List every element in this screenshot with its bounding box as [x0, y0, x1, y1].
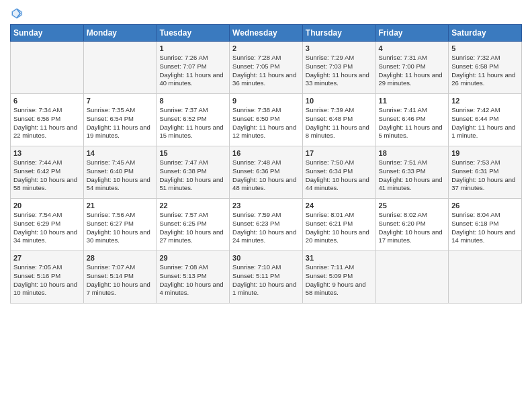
day-info: Sunrise: 7:29 AM Sunset: 7:03 PM Dayligh… — [306, 54, 373, 88]
calendar-day-cell: 24Sunrise: 8:01 AM Sunset: 6:21 PM Dayli… — [302, 199, 375, 251]
calendar-day-cell: 18Sunrise: 7:51 AM Sunset: 6:33 PM Dayli… — [375, 146, 449, 199]
day-number: 11 — [379, 97, 446, 105]
calendar-day-cell: 28Sunrise: 7:07 AM Sunset: 5:14 PM Dayli… — [83, 251, 157, 304]
calendar-day-cell: 31Sunrise: 7:11 AM Sunset: 5:09 PM Dayli… — [302, 251, 375, 304]
day-number: 14 — [87, 149, 154, 157]
day-info: Sunrise: 8:02 AM Sunset: 6:20 PM Dayligh… — [379, 211, 446, 245]
day-number: 27 — [13, 254, 81, 262]
day-number: 28 — [87, 254, 154, 262]
day-number: 1 — [159, 44, 226, 52]
day-number: 23 — [232, 201, 300, 210]
day-info: Sunrise: 7:56 AM Sunset: 6:27 PM Dayligh… — [87, 211, 154, 245]
day-number: 16 — [232, 149, 300, 157]
day-info: Sunrise: 7:47 AM Sunset: 6:38 PM Dayligh… — [159, 158, 226, 193]
calendar-day-cell: 20Sunrise: 7:54 AM Sunset: 6:29 PM Dayli… — [11, 199, 84, 251]
calendar-day-cell: 3Sunrise: 7:29 AM Sunset: 7:03 PM Daylig… — [302, 42, 375, 94]
calendar-day-cell: 9Sunrise: 7:38 AM Sunset: 6:50 PM Daylig… — [230, 94, 303, 146]
calendar-day-cell: 6Sunrise: 7:34 AM Sunset: 6:56 PM Daylig… — [11, 94, 84, 146]
calendar-week-row: 6Sunrise: 7:34 AM Sunset: 6:56 PM Daylig… — [11, 94, 522, 146]
day-number: 2 — [232, 44, 300, 52]
day-number: 20 — [13, 201, 81, 210]
calendar-day-cell — [83, 42, 157, 94]
weekday-header: Tuesday — [157, 25, 230, 42]
day-info: Sunrise: 7:48 AM Sunset: 6:36 PM Dayligh… — [232, 158, 300, 193]
calendar-day-cell: 7Sunrise: 7:35 AM Sunset: 6:54 PM Daylig… — [83, 94, 157, 146]
day-info: Sunrise: 7:51 AM Sunset: 6:33 PM Dayligh… — [379, 158, 446, 193]
day-number: 13 — [13, 149, 81, 157]
calendar-day-cell: 8Sunrise: 7:37 AM Sunset: 6:52 PM Daylig… — [157, 94, 230, 146]
page-container: SundayMondayTuesdayWednesdayThursdayFrid… — [0, 0, 532, 310]
day-info: Sunrise: 7:10 AM Sunset: 5:11 PM Dayligh… — [232, 263, 300, 298]
day-info: Sunrise: 7:45 AM Sunset: 6:40 PM Dayligh… — [87, 158, 154, 193]
calendar-day-cell: 12Sunrise: 7:42 AM Sunset: 6:44 PM Dayli… — [449, 94, 522, 146]
day-number: 26 — [451, 201, 519, 210]
calendar-day-cell: 23Sunrise: 7:59 AM Sunset: 6:23 PM Dayli… — [230, 199, 303, 251]
day-number: 25 — [379, 201, 446, 210]
day-info: Sunrise: 7:07 AM Sunset: 5:14 PM Dayligh… — [87, 263, 154, 298]
day-number: 12 — [451, 97, 519, 105]
weekday-header: Wednesday — [230, 25, 303, 42]
calendar-day-cell: 30Sunrise: 7:10 AM Sunset: 5:11 PM Dayli… — [230, 251, 303, 304]
calendar-week-row: 1Sunrise: 7:26 AM Sunset: 7:07 PM Daylig… — [11, 42, 522, 94]
day-number: 31 — [306, 254, 373, 262]
day-info: Sunrise: 7:34 AM Sunset: 6:56 PM Dayligh… — [13, 106, 81, 140]
weekday-header-row: SundayMondayTuesdayWednesdayThursdayFrid… — [11, 25, 522, 42]
day-number: 17 — [306, 149, 373, 157]
day-info: Sunrise: 7:35 AM Sunset: 6:54 PM Dayligh… — [87, 106, 154, 140]
day-number: 5 — [451, 44, 519, 52]
calendar-day-cell: 13Sunrise: 7:44 AM Sunset: 6:42 PM Dayli… — [11, 146, 84, 199]
calendar-day-cell — [375, 251, 449, 304]
day-info: Sunrise: 7:11 AM Sunset: 5:09 PM Dayligh… — [306, 263, 373, 298]
calendar-day-cell: 15Sunrise: 7:47 AM Sunset: 6:38 PM Dayli… — [157, 146, 230, 199]
day-info: Sunrise: 7:37 AM Sunset: 6:52 PM Dayligh… — [159, 106, 226, 140]
day-info: Sunrise: 7:53 AM Sunset: 6:31 PM Dayligh… — [451, 158, 519, 193]
day-number: 22 — [159, 201, 226, 210]
day-info: Sunrise: 7:42 AM Sunset: 6:44 PM Dayligh… — [451, 106, 519, 140]
calendar-day-cell: 16Sunrise: 7:48 AM Sunset: 6:36 PM Dayli… — [230, 146, 303, 199]
calendar-day-cell: 1Sunrise: 7:26 AM Sunset: 7:07 PM Daylig… — [157, 42, 230, 94]
calendar-day-cell: 22Sunrise: 7:57 AM Sunset: 6:25 PM Dayli… — [157, 199, 230, 251]
day-info: Sunrise: 7:59 AM Sunset: 6:23 PM Dayligh… — [232, 211, 300, 245]
day-info: Sunrise: 7:39 AM Sunset: 6:48 PM Dayligh… — [306, 106, 373, 140]
day-number: 7 — [87, 97, 154, 105]
calendar-day-cell: 26Sunrise: 8:04 AM Sunset: 6:18 PM Dayli… — [449, 199, 522, 251]
day-info: Sunrise: 7:54 AM Sunset: 6:29 PM Dayligh… — [13, 211, 81, 245]
calendar-day-cell: 25Sunrise: 8:02 AM Sunset: 6:20 PM Dayli… — [375, 199, 449, 251]
day-number: 8 — [159, 97, 226, 105]
day-number: 4 — [379, 44, 446, 52]
weekday-header: Thursday — [302, 25, 375, 42]
calendar-day-cell: 14Sunrise: 7:45 AM Sunset: 6:40 PM Dayli… — [83, 146, 157, 199]
day-number: 3 — [306, 44, 373, 52]
calendar-day-cell: 11Sunrise: 7:41 AM Sunset: 6:46 PM Dayli… — [375, 94, 449, 146]
day-number: 18 — [379, 149, 446, 157]
day-info: Sunrise: 7:57 AM Sunset: 6:25 PM Dayligh… — [159, 211, 226, 245]
day-info: Sunrise: 7:31 AM Sunset: 7:00 PM Dayligh… — [379, 54, 446, 88]
day-number: 9 — [232, 97, 300, 105]
calendar-day-cell: 2Sunrise: 7:28 AM Sunset: 7:05 PM Daylig… — [230, 42, 303, 94]
day-number: 10 — [306, 97, 373, 105]
calendar-day-cell: 27Sunrise: 7:05 AM Sunset: 5:16 PM Dayli… — [11, 251, 84, 304]
day-info: Sunrise: 7:05 AM Sunset: 5:16 PM Dayligh… — [13, 263, 81, 298]
day-number: 29 — [159, 254, 226, 262]
calendar-table: SundayMondayTuesdayWednesdayThursdayFrid… — [10, 24, 522, 304]
day-info: Sunrise: 8:04 AM Sunset: 6:18 PM Dayligh… — [451, 211, 519, 245]
calendar-day-cell: 21Sunrise: 7:56 AM Sunset: 6:27 PM Dayli… — [83, 199, 157, 251]
day-info: Sunrise: 7:08 AM Sunset: 5:13 PM Dayligh… — [159, 263, 226, 298]
calendar-week-row: 27Sunrise: 7:05 AM Sunset: 5:16 PM Dayli… — [11, 251, 522, 304]
day-number: 19 — [451, 149, 519, 157]
day-info: Sunrise: 7:32 AM Sunset: 6:58 PM Dayligh… — [451, 54, 519, 88]
logo — [10, 7, 26, 20]
weekday-header: Saturday — [449, 25, 522, 42]
calendar-day-cell — [449, 251, 522, 304]
day-info: Sunrise: 8:01 AM Sunset: 6:21 PM Dayligh… — [306, 211, 373, 245]
calendar-week-row: 13Sunrise: 7:44 AM Sunset: 6:42 PM Dayli… — [11, 146, 522, 199]
day-info: Sunrise: 7:50 AM Sunset: 6:34 PM Dayligh… — [306, 158, 373, 193]
calendar-day-cell — [11, 42, 84, 94]
day-number: 24 — [306, 201, 373, 210]
logo-icon — [10, 7, 24, 20]
day-info: Sunrise: 7:41 AM Sunset: 6:46 PM Dayligh… — [379, 106, 446, 140]
calendar-day-cell: 17Sunrise: 7:50 AM Sunset: 6:34 PM Dayli… — [302, 146, 375, 199]
day-info: Sunrise: 7:44 AM Sunset: 6:42 PM Dayligh… — [13, 158, 81, 193]
calendar-day-cell: 29Sunrise: 7:08 AM Sunset: 5:13 PM Dayli… — [157, 251, 230, 304]
calendar-day-cell: 10Sunrise: 7:39 AM Sunset: 6:48 PM Dayli… — [302, 94, 375, 146]
